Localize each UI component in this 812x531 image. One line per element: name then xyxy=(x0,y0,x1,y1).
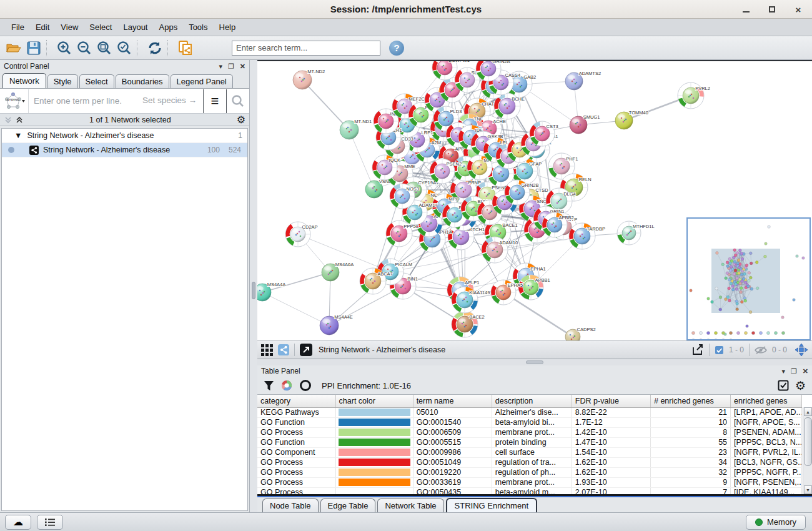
tab-select[interactable]: Select xyxy=(79,74,114,88)
detach-view-icon[interactable] xyxy=(300,344,312,356)
search-input[interactable] xyxy=(232,41,380,56)
task-history-button[interactable] xyxy=(37,515,63,530)
network-node[interactable]: CADPS2 xyxy=(565,327,596,340)
menu-item-tools[interactable]: Tools xyxy=(184,20,212,34)
table-row[interactable]: GO ProcessGO:0033619membrane prot...1.93… xyxy=(257,477,802,487)
birds-eye-view[interactable] xyxy=(686,217,811,340)
table-row[interactable]: KEGG Pathways05010Alzheimer's dise...8.8… xyxy=(257,407,802,417)
panel-close-icon[interactable]: ✕ xyxy=(240,62,245,71)
network-node[interactable]: APBB1 xyxy=(518,275,550,300)
network-node[interactable]: PVRL2 xyxy=(678,82,710,109)
network-from-clipboard-button[interactable] xyxy=(176,39,195,57)
table-row[interactable]: GO FunctionGO:0001540beta-amyloid bi...1… xyxy=(257,417,802,427)
panel-float-icon[interactable]: ❐ xyxy=(791,367,797,375)
panel-menu-icon[interactable]: ▾ xyxy=(781,367,785,375)
select-columns-icon[interactable] xyxy=(778,380,789,391)
table-row[interactable]: GO ProcessGO:0050435beta-amyloid m...2.0… xyxy=(257,487,802,496)
string-tab-icon[interactable] xyxy=(278,344,289,355)
grid-view-icon[interactable] xyxy=(261,344,273,356)
tab-network-table[interactable]: Network Table xyxy=(377,499,443,512)
export-network-icon[interactable] xyxy=(691,344,704,356)
tab-string-enrichment[interactable]: STRING Enrichment xyxy=(446,498,537,512)
tab-legend-panel[interactable]: Legend Panel xyxy=(171,74,233,88)
cloud-tasks-button[interactable]: ☁ xyxy=(5,515,31,530)
gear-icon[interactable]: ⚙ xyxy=(795,380,806,392)
open-session-button[interactable] xyxy=(4,39,23,57)
network-row[interactable]: String Network - Alzheimer's disease 100… xyxy=(2,143,247,157)
save-session-button[interactable] xyxy=(24,39,43,57)
zoom-selected-button[interactable] xyxy=(115,39,134,57)
string-options-button[interactable]: ≡ xyxy=(203,89,226,113)
network-node[interactable]: CST3 xyxy=(530,121,558,146)
menu-item-help[interactable]: Help xyxy=(214,20,241,34)
splitter-handle[interactable] xyxy=(252,282,255,299)
donut-chart-icon[interactable] xyxy=(280,379,293,392)
column-header[interactable]: category xyxy=(257,395,335,407)
table-row[interactable]: GO ProcessGO:0019220regulation of ph...1… xyxy=(257,467,802,477)
network-node[interactable]: MTHFD1L xyxy=(617,221,655,245)
table-row[interactable]: GO ComponentGO:0009986cell surface1.54E-… xyxy=(257,447,802,457)
zoom-in-button[interactable] xyxy=(55,39,74,57)
selected-checkbox-icon[interactable] xyxy=(715,345,724,355)
network-node[interactable]: MT-ND2 xyxy=(293,69,325,89)
expand-all-icon[interactable] xyxy=(15,116,24,124)
column-header[interactable]: FDR p-value xyxy=(572,395,650,407)
collection-expand-icon[interactable]: ▼ xyxy=(14,131,22,140)
network-collection-row[interactable]: ▼ String Network - Alzheimer's disease 1 xyxy=(2,129,247,143)
table-scrollbar[interactable]: ▲ ▼ xyxy=(803,407,812,494)
network-node[interactable]: MS4A4E xyxy=(320,314,353,335)
panel-close-icon[interactable]: ✕ xyxy=(803,367,808,375)
network-node[interactable]: TOMM40 xyxy=(615,110,648,129)
table-row[interactable]: GO ProcessGO:0051049regulation of tra...… xyxy=(257,457,802,467)
network-node[interactable]: MS4A6A xyxy=(322,262,354,281)
network-node[interactable]: SMUG1 xyxy=(570,114,600,134)
zoom-out-button[interactable] xyxy=(75,39,94,57)
zoom-fit-button[interactable] xyxy=(95,39,114,57)
column-header[interactable]: chart color xyxy=(335,395,413,407)
scroll-thumb[interactable] xyxy=(804,417,812,466)
column-header[interactable]: description xyxy=(492,395,572,407)
filter-icon[interactable] xyxy=(264,380,274,391)
menu-item-edit[interactable]: Edit xyxy=(31,20,54,34)
network-view[interactable]: MT-ND2MT-ND1VSNL1CD2APMS4A6AMS4A4AMS4A4E… xyxy=(257,60,812,340)
splitter-handle[interactable] xyxy=(526,360,543,364)
gear-icon[interactable]: ⚙ xyxy=(237,115,245,125)
memory-button[interactable]: Memory xyxy=(746,515,806,530)
tab-style[interactable]: Style xyxy=(47,74,78,88)
birds-eye-toggle-icon[interactable] xyxy=(795,343,808,357)
minimize-button[interactable] xyxy=(741,4,751,14)
menu-item-file[interactable]: File xyxy=(6,20,29,34)
network-node[interactable]: BACE2 xyxy=(452,311,485,337)
panel-menu-icon[interactable]: ▾ xyxy=(219,62,222,71)
network-node[interactable]: TARDBP xyxy=(569,223,605,249)
horizontal-splitter[interactable] xyxy=(257,359,812,365)
scroll-up-icon[interactable]: ▲ xyxy=(804,407,812,416)
tab-edge-table[interactable]: Edge Table xyxy=(320,499,376,512)
table-row[interactable]: GO ProcessGO:0006509membrane prot...1.42… xyxy=(257,427,802,437)
collapse-all-icon[interactable] xyxy=(4,116,12,124)
hidden-eye-icon[interactable] xyxy=(755,345,767,355)
column-header[interactable]: term name xyxy=(413,395,492,407)
string-logo-icon[interactable]: STRING xyxy=(0,89,29,113)
maximize-button[interactable] xyxy=(767,4,777,14)
network-node[interactable]: MS4A4A xyxy=(257,282,285,301)
close-button[interactable]: × xyxy=(793,4,803,14)
tab-network[interactable]: Network xyxy=(2,73,46,88)
column-header[interactable]: # enriched genes xyxy=(650,395,730,407)
column-header[interactable]: enriched genes xyxy=(731,395,802,407)
menu-item-view[interactable]: View xyxy=(56,20,83,34)
table-row[interactable]: GO FunctionGO:0005515protein binding1.47… xyxy=(257,437,802,447)
tab-node-table[interactable]: Node Table xyxy=(262,499,319,512)
menu-item-select[interactable]: Select xyxy=(84,20,117,34)
network-node[interactable]: ADAMTS2 xyxy=(565,71,601,90)
string-search-button[interactable] xyxy=(226,89,249,113)
network-node[interactable]: CD2AP xyxy=(285,222,318,247)
menu-item-layout[interactable]: Layout xyxy=(118,20,152,34)
help-icon[interactable]: ? xyxy=(389,41,404,56)
scroll-down-icon[interactable]: ▼ xyxy=(804,485,812,494)
tab-boundaries[interactable]: Boundaries xyxy=(116,74,169,88)
network-node[interactable]: MT-ND1 xyxy=(340,119,372,139)
refresh-button[interactable] xyxy=(146,39,164,57)
menu-item-apps[interactable]: Apps xyxy=(154,20,183,34)
panel-float-icon[interactable]: ❐ xyxy=(228,62,234,71)
